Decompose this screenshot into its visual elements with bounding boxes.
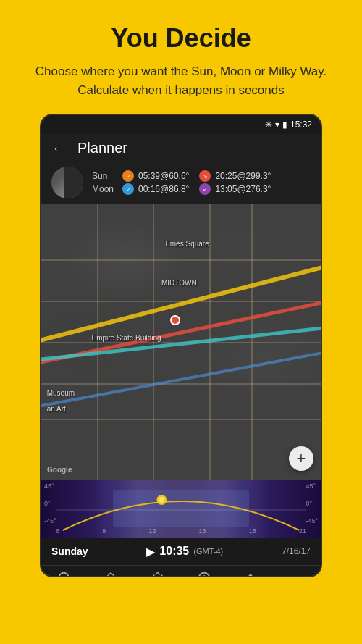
- night-ar-icon: [150, 570, 166, 577]
- chart-area: 45° 0° -45° 45° 0° -45° 6 9 12 15 18 21: [41, 480, 321, 538]
- svg-point-28: [199, 573, 210, 577]
- back-button[interactable]: ←: [51, 140, 66, 156]
- play-button[interactable]: ▶: [146, 545, 155, 559]
- celestial-info: Sun ↗ 05:39@60.6° ↘ 20:25@299.3° Moon ↗ …: [41, 162, 321, 204]
- bottom-info: Sunday ▶ 10:35 (GMT-4) 7/16/17: [41, 538, 321, 565]
- time-15: 15: [199, 527, 206, 535]
- chart-right-mid: 0°: [306, 500, 318, 507]
- sun-set-time: 20:25@299.3°: [215, 171, 271, 181]
- svg-line-13: [114, 575, 117, 577]
- chart-axis-left: 45° 0° -45°: [44, 482, 56, 524]
- time-info: ▶ 10:35 (GMT-4): [146, 545, 223, 559]
- chart-left-top: 45°: [44, 482, 56, 490]
- chart-right-top: 45°: [306, 482, 318, 490]
- moon-rise-icon: ↗: [122, 183, 134, 195]
- nav-item-ar[interactable]: AR: [93, 570, 129, 577]
- chart-left-bot: -45°: [44, 517, 56, 524]
- location-dot: [170, 315, 180, 325]
- sun-rise-time: 05:39@60.6°: [138, 171, 189, 181]
- svg-point-7: [159, 497, 164, 503]
- load-icon: [196, 570, 212, 577]
- empire-state-label: Empire State Building: [91, 334, 161, 342]
- time-21: 21: [299, 527, 306, 535]
- date-info: 7/16/17: [282, 546, 311, 556]
- museum-label: Museum: [47, 389, 75, 397]
- time-18: 18: [249, 527, 256, 535]
- chart-left-mid: 0°: [44, 500, 56, 507]
- ar-icon: [103, 570, 119, 577]
- svg-line-11: [106, 575, 109, 577]
- svg-line-16: [111, 573, 114, 576]
- moon-row: Moon ↗ 00:16@86.8° ↙ 13:05@276.3°: [92, 183, 271, 195]
- status-bar: ✳ ▾ ▮ 15:32: [41, 115, 321, 134]
- sun-label: Sun: [92, 171, 118, 181]
- plus-button[interactable]: +: [289, 446, 313, 471]
- status-icons: ✳ ▾ ▮ 15:32: [265, 120, 312, 130]
- phone-frame: ✳ ▾ ▮ 15:32 ← Planner Sun ↗ 05:39@60.6° …: [40, 114, 322, 577]
- svg-line-21: [161, 574, 163, 577]
- time-12: 12: [148, 527, 156, 535]
- midtown-label: MIDTOWN: [161, 279, 197, 287]
- chart-times: 6 9 12 15 18 21: [56, 527, 306, 535]
- sun-rise-icon: ↗: [122, 170, 134, 182]
- nav-item-more[interactable]: More: [279, 570, 316, 577]
- status-time: 15:32: [290, 120, 312, 130]
- nav-item-find[interactable]: Find: [46, 570, 83, 577]
- timezone: (GMT-4): [193, 547, 223, 556]
- map-area[interactable]: Times Square MIDTOWN Empire State Buildi…: [41, 204, 321, 480]
- moon-label: Moon: [92, 184, 118, 194]
- top-section: You Decide Choose where you want the Sun…: [0, 0, 362, 114]
- moon-set-time: 13:05@276.3°: [215, 184, 271, 194]
- moon-icon: [51, 167, 83, 198]
- svg-line-3: [41, 349, 321, 407]
- sun-row: Sun ↗ 05:39@60.6° ↘ 20:25@299.3°: [92, 170, 271, 182]
- app-title: Planner: [77, 140, 127, 156]
- svg-line-19: [152, 574, 154, 577]
- svg-point-9: [59, 573, 69, 577]
- nav-item-save[interactable]: Save: [232, 570, 269, 577]
- battery-icon: ▮: [282, 120, 287, 130]
- times-square-label: Times Square: [164, 240, 209, 248]
- nav-item-load[interactable]: Load: [186, 570, 222, 577]
- chart-axis-right: 45° 0° -45°: [306, 482, 318, 524]
- svg-line-1: [41, 262, 321, 342]
- bottom-nav: Find AR: [41, 565, 321, 577]
- moon-rise-time: 00:16@86.8°: [138, 184, 189, 194]
- svg-line-20: [152, 577, 154, 577]
- nav-item-night-ar[interactable]: Night AR: [140, 570, 176, 577]
- svg-rect-5: [113, 490, 249, 527]
- art-label: an Art: [47, 405, 66, 413]
- current-time: 10:35: [159, 545, 189, 558]
- main-title: You Decide: [29, 23, 333, 54]
- more-icon: [290, 570, 306, 577]
- celestial-rows: Sun ↗ 05:39@60.6° ↘ 20:25@299.3° Moon ↗ …: [92, 170, 271, 195]
- find-icon: [56, 570, 72, 577]
- moon-set-icon: ↙: [199, 183, 211, 195]
- svg-line-15: [109, 573, 111, 576]
- sub-title: Choose where you want the Sun, Moon or M…: [29, 62, 333, 99]
- app-header: ← Planner: [41, 134, 321, 162]
- time-9: 9: [102, 527, 106, 535]
- save-icon: [243, 570, 258, 577]
- svg-line-24: [158, 572, 160, 575]
- google-watermark: Google: [47, 466, 72, 474]
- bluetooth-icon: ✳: [265, 120, 272, 130]
- time-6: 6: [56, 527, 59, 535]
- wifi-icon: ▾: [275, 120, 279, 130]
- day-name: Sunday: [51, 545, 88, 557]
- chart-right-bot: -45°: [306, 517, 318, 524]
- svg-line-22: [161, 577, 163, 577]
- sun-set-icon: ↘: [199, 170, 211, 182]
- plus-icon: +: [297, 449, 306, 468]
